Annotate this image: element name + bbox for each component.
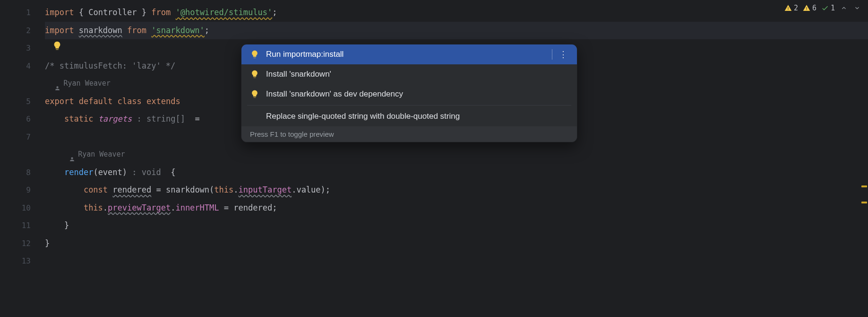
call-snarkdown: snarkdown (166, 185, 209, 194)
line-number: 6 (0, 110, 45, 128)
inspection-warnings-2[interactable]: 6 (803, 4, 816, 12)
code-line-8[interactable]: render(event) : void { (45, 164, 868, 182)
line-number: 1 (0, 4, 45, 22)
brace-close: } (64, 220, 69, 230)
keyword-class: class (118, 97, 142, 106)
string-stimulus: '@hotwired/stimulus' (175, 8, 272, 17)
ok-count: 1 (831, 4, 835, 12)
code-line-9[interactable]: const rendered = snarkdown(this.inputTar… (45, 181, 868, 199)
keyword-import: import (45, 8, 74, 17)
keyword-this: this (84, 203, 103, 212)
prop-value: value (296, 185, 320, 194)
warning-triangle-icon (784, 4, 792, 12)
prop-input-target: inputTarget (239, 185, 292, 194)
warning-triangle-icon (803, 4, 810, 12)
line-number: 10 (0, 199, 45, 217)
keyword-const: const (84, 185, 108, 194)
keyword-this: this (214, 185, 233, 194)
intention-actions-popup[interactable]: Run importmap:install ⋮ Install 'snarkdo… (241, 44, 577, 142)
semicolon: ; (272, 203, 277, 212)
lightbulb-icon (250, 70, 259, 79)
author-name: Ryan Weaver (78, 146, 125, 164)
paren-open: ( (93, 167, 98, 177)
paren-close: ) (321, 185, 326, 194)
paren-close: ) (122, 167, 127, 177)
line-number: 9 (0, 181, 45, 199)
line-number: 4 (0, 57, 45, 75)
equals: = (195, 114, 199, 123)
inspection-ok[interactable]: 1 (821, 4, 835, 12)
identifier-rendered: rendered (112, 185, 151, 194)
intention-install-snarkdown[interactable]: Install 'snarkdown' (241, 64, 577, 84)
keyword-default: default (79, 97, 113, 106)
keyword-extends: extends (146, 97, 180, 106)
string-snarkdown: 'snarkdown' (151, 26, 205, 35)
line-number: 11 (0, 217, 45, 235)
code-line-11[interactable]: } (45, 217, 868, 235)
type-hint-void: : void (132, 167, 161, 177)
code-line-10[interactable]: this.previewTarget.innerHTML = rendered; (45, 199, 868, 217)
next-highlight-button[interactable] (853, 4, 861, 12)
keyword-export: export (45, 97, 74, 106)
identifier-targets: targets (98, 114, 132, 123)
line-number-inlay-gap (0, 75, 45, 93)
line-number: 3 (0, 39, 45, 57)
keyword-import: import (45, 26, 74, 35)
paren-open: ( (209, 185, 214, 194)
intention-footer-hint: Press F1 to toggle preview (241, 126, 577, 142)
keyword-from: from (127, 26, 146, 35)
line-number: 8 (0, 164, 45, 182)
brace-open: { (171, 167, 175, 177)
inspections-widget[interactable]: 2 6 1 (784, 4, 861, 12)
intention-replace-quotes[interactable]: Replace single-quoted string with double… (241, 106, 577, 126)
inspection-warnings-1[interactable]: 2 (784, 4, 798, 12)
prev-highlight-button[interactable] (840, 4, 848, 12)
intention-label: Run importmap:install (266, 50, 344, 59)
identifier-rendered: rendered (233, 203, 272, 212)
keyword-from: from (151, 8, 171, 17)
intention-separator (247, 105, 571, 106)
author-inlay: Ryan Weaver (69, 146, 125, 164)
intention-bulb-icon[interactable] (52, 41, 62, 51)
checkmark-icon (821, 4, 829, 12)
lightbulb-icon (250, 50, 259, 59)
type-hint-string-array: : string[] (137, 114, 185, 123)
more-options-icon[interactable]: ⋮ (552, 49, 568, 60)
intention-run-importmap-install[interactable]: Run importmap:install ⋮ (241, 44, 577, 64)
gutter: 1 2 3 4 5 6 7 8 9 10 11 12 13 (0, 0, 45, 317)
lightbulb-icon (250, 89, 259, 99)
equals: = (156, 185, 161, 194)
person-icon (69, 151, 75, 158)
code-line-1[interactable]: import { Controller } from '@hotwired/st… (45, 4, 868, 22)
line-number: 2 (0, 22, 45, 40)
warning-stripe[interactable] (861, 202, 867, 203)
warning-stripe[interactable] (861, 185, 867, 187)
warning-count-2: 6 (812, 4, 816, 12)
code-line-12[interactable]: } (45, 235, 868, 253)
method-render: render (64, 167, 93, 177)
comment-stimulus-fetch: /* stimulusFetch: 'lazy' */ (45, 61, 175, 70)
brace-close: } (142, 8, 146, 17)
code-line-13[interactable] (45, 252, 868, 270)
author-inlay: Ryan Weaver (54, 75, 110, 93)
author-inlay-row: Ryan Weaver (45, 146, 868, 164)
brace-close: } (45, 238, 50, 248)
semicolon: ; (205, 26, 209, 35)
person-icon (54, 80, 60, 87)
line-number: 12 (0, 235, 45, 253)
keyword-static: static (64, 114, 93, 123)
identifier-snarkdown: snarkdown (79, 26, 122, 35)
code-line-2-current[interactable]: import snarkdown from 'snarkdown'; (45, 22, 868, 40)
author-name: Ryan Weaver (63, 75, 110, 93)
prop-inner-html: innerHTML (175, 203, 219, 212)
identifier-controller: Controller (88, 8, 137, 17)
warning-count-1: 2 (794, 4, 798, 12)
intention-label: Install 'snarkdown' as dev dependency (266, 89, 403, 99)
intention-label: Replace single-quoted string with double… (266, 112, 460, 121)
semicolon: ; (326, 185, 330, 194)
brace-open: { (79, 8, 84, 17)
intention-install-snarkdown-dev[interactable]: Install 'snarkdown' as dev dependency (241, 84, 577, 104)
intention-label: Install 'snarkdown' (266, 70, 331, 79)
line-number: 5 (0, 93, 45, 111)
prop-preview-target: previewTarget (108, 203, 171, 212)
